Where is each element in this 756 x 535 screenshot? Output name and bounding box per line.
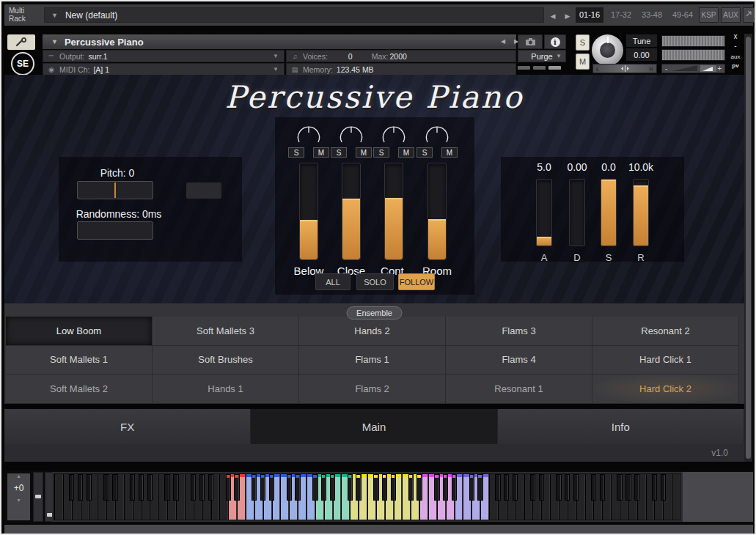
- black-key[interactable]: [600, 474, 605, 501]
- channel-solo-button[interactable]: S: [416, 147, 433, 158]
- articulation-soft-mallets-1[interactable]: Soft Mallets 1: [6, 346, 153, 375]
- pan-knob-icon[interactable]: [337, 125, 366, 145]
- black-key[interactable]: [321, 474, 326, 501]
- purge-button[interactable]: Purge ▼: [518, 50, 566, 62]
- black-key[interactable]: [295, 474, 300, 501]
- randomness-slider[interactable]: [77, 221, 153, 240]
- page-tab-49-64[interactable]: 49-64: [669, 7, 697, 23]
- articulation-soft-mallets-2[interactable]: Soft Mallets 2: [6, 374, 153, 404]
- close-instrument-button[interactable]: x: [727, 32, 744, 40]
- black-key[interactable]: [373, 474, 378, 501]
- transpose-down-icon[interactable]: ▼: [7, 498, 30, 503]
- follow-button[interactable]: FOLLOW: [398, 273, 435, 290]
- channel-solo-button[interactable]: S: [331, 147, 347, 158]
- tune-knob[interactable]: [592, 34, 623, 66]
- page-tab-01-16[interactable]: 01-16: [576, 7, 603, 23]
- pan-knob-icon[interactable]: [422, 125, 452, 145]
- articulation-hands-1[interactable]: Hands 1: [153, 374, 299, 404]
- black-key[interactable]: [103, 474, 109, 501]
- black-key[interactable]: [69, 474, 74, 501]
- articulation-flams-2[interactable]: Flams 2: [299, 374, 446, 404]
- black-key[interactable]: [164, 474, 169, 501]
- black-key[interactable]: [661, 474, 666, 501]
- articulation-hard-click-2[interactable]: Hard Click 2: [592, 374, 739, 404]
- white-key[interactable]: [54, 474, 63, 520]
- channel-fader[interactable]: [342, 163, 361, 260]
- aux-toggle[interactable]: aux: [727, 54, 744, 60]
- attack-slider[interactable]: [536, 179, 552, 246]
- black-key[interactable]: [617, 474, 622, 501]
- channel-solo-button[interactable]: S: [288, 147, 304, 158]
- pan-slider[interactable]: L R: [592, 64, 657, 73]
- channel-mute-button[interactable]: M: [398, 147, 414, 158]
- next-page-button[interactable]: ▶: [562, 11, 573, 21]
- black-key[interactable]: [130, 474, 135, 501]
- all-button[interactable]: ALL: [315, 273, 351, 290]
- black-key[interactable]: [565, 474, 570, 501]
- pitch-slider[interactable]: [77, 181, 153, 199]
- ksp-button[interactable]: KSP: [699, 7, 719, 23]
- channel-solo-button[interactable]: S: [373, 147, 389, 158]
- page-tab-17-32[interactable]: 17-32: [607, 7, 635, 23]
- black-key[interactable]: [539, 474, 544, 501]
- tab-main[interactable]: Main: [251, 409, 497, 444]
- volume-handle[interactable]: [700, 65, 716, 72]
- release-value[interactable]: 10.0k: [624, 161, 658, 174]
- black-key[interactable]: [391, 474, 396, 501]
- black-key[interactable]: [226, 474, 231, 501]
- channel-fader[interactable]: [384, 163, 403, 260]
- black-key[interactable]: [269, 474, 274, 501]
- transpose-up-icon[interactable]: ▲: [7, 473, 30, 479]
- decay-value[interactable]: 0.00: [560, 161, 594, 174]
- transpose-control[interactable]: ▲ +0 ▼: [7, 473, 30, 520]
- articulation-flams-4[interactable]: Flams 4: [446, 346, 592, 375]
- articulation-flams-3[interactable]: Flams 3: [446, 317, 592, 346]
- release-slider[interactable]: [633, 179, 649, 246]
- instrument-header-bar[interactable]: ▼ Percussive Piano ◀ ▶: [43, 34, 516, 49]
- black-key[interactable]: [591, 474, 596, 501]
- prev-page-button[interactable]: ◀: [547, 11, 559, 21]
- output-select[interactable]: ⎓ Output: surr.1 ▼: [43, 50, 285, 62]
- black-key[interactable]: [208, 474, 213, 501]
- articulation-low-boom[interactable]: Low Boom: [6, 317, 153, 346]
- black-key[interactable]: [625, 474, 631, 501]
- black-key[interactable]: [139, 474, 144, 501]
- white-key[interactable]: [672, 474, 680, 520]
- edit-instrument-button[interactable]: [7, 34, 35, 50]
- black-key[interactable]: [477, 474, 482, 501]
- sustain-slider[interactable]: [601, 179, 617, 246]
- scrollbar-thumb[interactable]: [746, 37, 751, 459]
- black-key[interactable]: [252, 474, 257, 501]
- channel-mute-button[interactable]: M: [313, 147, 329, 158]
- midi-channel-select[interactable]: ◉ MIDI Ch: [A] 1 ▼: [43, 63, 285, 75]
- black-key[interactable]: [452, 474, 457, 501]
- pitch-wheel[interactable]: [33, 472, 43, 522]
- articulation-hard-click-1[interactable]: Hard Click 1: [592, 346, 739, 375]
- ensemble-badge[interactable]: Ensemble: [346, 306, 403, 320]
- black-key[interactable]: [513, 474, 518, 501]
- black-key[interactable]: [87, 474, 92, 501]
- pan-knob-icon[interactable]: [294, 125, 323, 145]
- black-key[interactable]: [504, 474, 509, 501]
- articulation-flams-1[interactable]: Flams 1: [299, 346, 446, 375]
- black-key[interactable]: [408, 474, 414, 501]
- black-key[interactable]: [495, 474, 500, 501]
- instrument-solo-button[interactable]: S: [576, 34, 590, 51]
- channel-fader[interactable]: [299, 163, 318, 260]
- black-key[interactable]: [530, 474, 535, 501]
- volume-slider[interactable]: - +: [661, 64, 725, 73]
- info-button[interactable]: i: [544, 34, 566, 49]
- black-key[interactable]: [556, 474, 561, 501]
- snapshot-button[interactable]: [518, 34, 543, 49]
- rack-scrollbar[interactable]: [744, 34, 752, 462]
- black-key[interactable]: [573, 474, 579, 501]
- articulation-hands-2[interactable]: Hands 2: [299, 317, 446, 346]
- sustain-value[interactable]: 0.0: [592, 161, 625, 174]
- performance-view-toggle[interactable]: pv: [727, 62, 744, 69]
- aux-button[interactable]: AUX: [721, 7, 741, 23]
- decay-slider[interactable]: [569, 179, 585, 246]
- channel-fader[interactable]: [427, 163, 447, 260]
- black-key[interactable]: [191, 474, 196, 501]
- black-key[interactable]: [112, 474, 117, 501]
- black-key[interactable]: [634, 474, 639, 501]
